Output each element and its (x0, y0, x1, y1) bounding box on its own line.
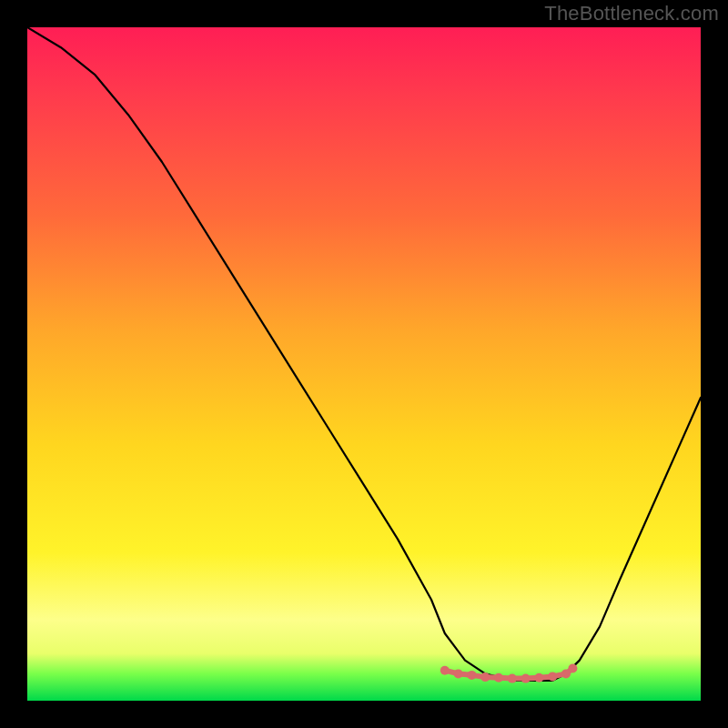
main-curve-path (27, 27, 701, 681)
chart-frame: TheBottleneck.com (0, 0, 728, 728)
plot-area (27, 27, 701, 701)
marker-dot (568, 664, 577, 673)
bottom-marker-group (440, 664, 578, 683)
watermark-text: TheBottleneck.com (544, 2, 719, 25)
chart-svg (27, 27, 701, 701)
